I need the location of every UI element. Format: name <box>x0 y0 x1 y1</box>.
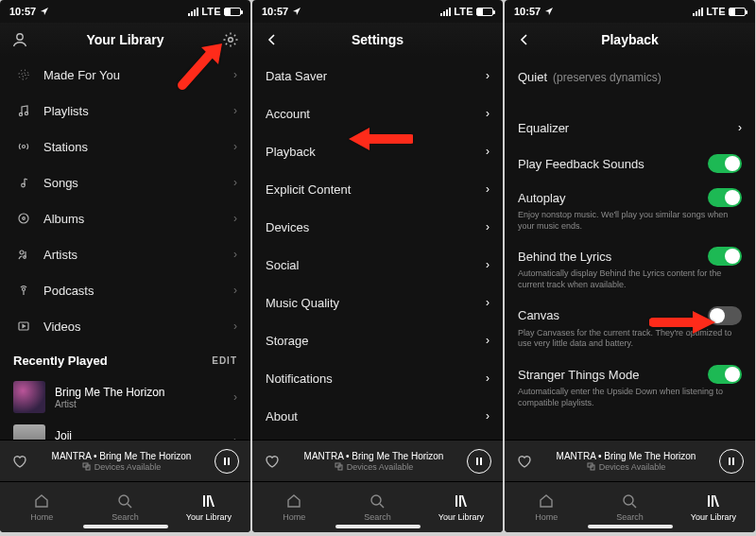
row-desc: Enjoy nonstop music. We'll play you simi… <box>518 210 742 232</box>
svg-rect-34 <box>712 495 713 507</box>
lib-row-made-for-you[interactable]: Made For You › <box>0 57 250 93</box>
quiet-label: Quiet <box>518 70 547 84</box>
toggle-feedback[interactable] <box>708 154 742 173</box>
podcast-icon <box>13 284 34 297</box>
chevron-right-icon: › <box>233 248 237 261</box>
tab-library[interactable]: Your Library <box>420 482 503 532</box>
pause-button[interactable] <box>719 449 744 474</box>
tab-label: Home <box>535 512 558 522</box>
back-icon[interactable] <box>517 32 532 47</box>
settings-row-data-saver[interactable]: Data Saver› <box>252 57 503 95</box>
chevron-right-icon: › <box>233 104 237 117</box>
now-playing-bar[interactable]: MANTRA • Bring Me The Horizon Devices Av… <box>505 440 755 481</box>
svg-rect-30 <box>729 458 730 465</box>
screen-library: 10:57 LTE Your Library <box>0 0 250 532</box>
screen-playback: 10:57 LTE Playback Quiet (preserves dyna… <box>505 0 755 532</box>
settings-row-social[interactable]: Social› <box>252 246 503 284</box>
tab-home[interactable]: Home <box>505 482 588 532</box>
row-label: Albums <box>43 212 233 226</box>
toggle-lyrics[interactable] <box>708 247 742 266</box>
row-label: Made For You <box>43 68 233 82</box>
tab-home[interactable]: Home <box>0 482 83 532</box>
chevron-right-icon: › <box>233 390 237 404</box>
lib-row-artists[interactable]: Artists › <box>0 236 250 272</box>
chevron-right-icon: › <box>486 258 490 271</box>
svg-rect-33 <box>708 495 710 507</box>
devices-icon <box>82 462 91 471</box>
battery-icon <box>476 8 493 16</box>
now-playing-bar[interactable]: MANTRA • Bring Me The Horizon Devices Av… <box>252 440 503 481</box>
tab-label: Search <box>616 512 644 522</box>
row-label: Devices <box>266 220 486 234</box>
back-icon[interactable] <box>265 32 280 47</box>
lib-row-podcasts[interactable]: Podcasts › <box>0 272 250 308</box>
playback-equalizer[interactable]: Equalizer › <box>505 109 755 147</box>
tab-library[interactable]: Your Library <box>167 482 250 532</box>
note-icon <box>13 176 34 189</box>
lib-row-stations[interactable]: Stations › <box>0 129 250 164</box>
settings-row-storage[interactable]: Storage› <box>252 321 503 359</box>
battery-icon <box>729 8 746 16</box>
settings-row-about[interactable]: About› <box>252 397 503 435</box>
svg-rect-17 <box>228 458 230 465</box>
recent-item[interactable]: Bring Me The Horizon Artist › <box>0 375 250 419</box>
settings-row-account[interactable]: Account› <box>252 95 503 132</box>
row-label: Artists <box>43 248 233 262</box>
svg-point-32 <box>624 495 633 505</box>
tab-label: Home <box>30 512 53 522</box>
pause-button[interactable] <box>467 449 491 474</box>
svg-rect-31 <box>732 458 734 465</box>
chevron-right-icon: › <box>486 69 490 82</box>
settings-row-notifications[interactable]: Notifications› <box>252 359 503 397</box>
svg-point-2 <box>22 73 26 77</box>
tab-label: Your Library <box>186 512 232 522</box>
tab-label: Search <box>364 512 391 522</box>
settings-row-music-quality[interactable]: Music Quality› <box>252 284 503 321</box>
heart-icon[interactable] <box>264 453 281 470</box>
profile-icon[interactable] <box>10 30 29 49</box>
tab-home[interactable]: Home <box>252 482 335 532</box>
lib-row-songs[interactable]: Songs › <box>0 164 250 200</box>
heart-icon[interactable] <box>11 453 28 470</box>
toggle-stranger[interactable] <box>708 365 742 384</box>
row-label: Songs <box>43 176 233 190</box>
video-icon <box>13 320 34 333</box>
playback-quiet[interactable]: Quiet (preserves dynamics) <box>505 57 755 92</box>
heart-icon[interactable] <box>516 453 533 470</box>
gear-icon[interactable] <box>221 30 240 49</box>
devices-icon <box>587 462 595 471</box>
chevron-right-icon: › <box>233 284 237 297</box>
tab-library[interactable]: Your Library <box>672 482 755 532</box>
chevron-right-icon: › <box>486 409 490 423</box>
row-label: Play Feedback Sounds <box>518 157 644 171</box>
row-label: Behind the Lyrics <box>518 250 611 264</box>
lib-row-albums[interactable]: Albums › <box>0 200 250 236</box>
settings-row-explicit[interactable]: Explicit Content› <box>252 170 503 208</box>
svg-point-3 <box>19 70 28 79</box>
network-label: LTE <box>201 6 221 17</box>
now-playing-title: MANTRA • Bring Me The Horizon <box>542 451 710 461</box>
recent-title: Joji <box>55 429 77 441</box>
devices-label: Devices Available <box>94 462 161 472</box>
lib-row-playlists[interactable]: Playlists › <box>0 93 250 129</box>
toggle-canvas[interactable] <box>708 306 742 325</box>
settings-row-devices[interactable]: Devices› <box>252 208 503 246</box>
now-playing-bar[interactable]: MANTRA • Bring Me The Horizon Devices Av… <box>0 440 250 481</box>
toggle-autoplay[interactable] <box>708 188 742 207</box>
status-time: 10:57 <box>9 6 36 17</box>
location-icon <box>40 7 49 16</box>
tab-label: Home <box>283 512 305 522</box>
row-label: Playlists <box>43 104 233 118</box>
network-label: LTE <box>454 6 473 17</box>
row-label: Autoplay <box>518 191 566 205</box>
signal-icon <box>693 8 703 16</box>
recent-item[interactable]: Joji Artist › <box>0 419 250 440</box>
pause-button[interactable] <box>215 449 239 474</box>
svg-point-18 <box>119 495 129 505</box>
settings-row-playback[interactable]: Playback› <box>252 132 503 170</box>
chevron-right-icon: › <box>233 320 237 333</box>
page-title: Settings <box>352 32 404 47</box>
edit-button[interactable]: EDIT <box>212 355 237 366</box>
row-label: Stranger Things Mode <box>518 368 639 382</box>
lib-row-videos[interactable]: Videos › <box>0 308 250 344</box>
